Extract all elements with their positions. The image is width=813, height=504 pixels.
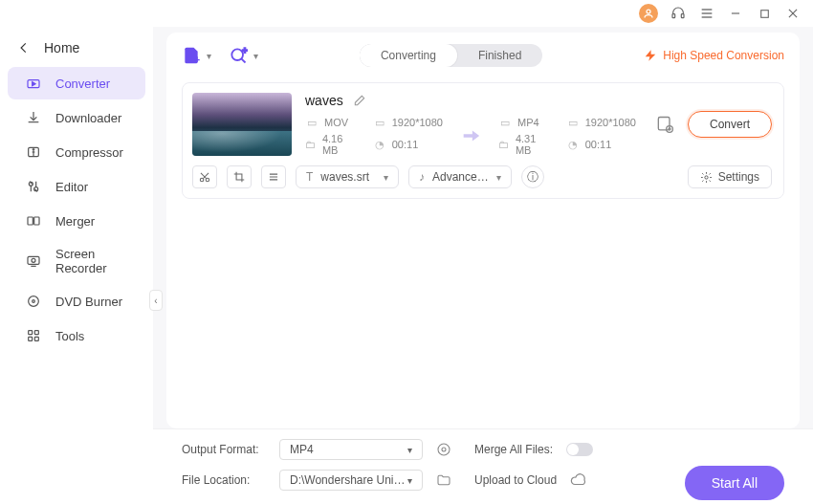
minimize-button[interactable] [727, 5, 744, 22]
chevron-down-icon: ▾ [253, 51, 258, 61]
sidebar-item-converter[interactable]: Converter [8, 67, 145, 99]
lightning-icon [644, 49, 657, 62]
user-avatar[interactable] [639, 4, 658, 23]
headset-icon[interactable] [670, 5, 687, 22]
chevron-down-icon: ▾ [496, 172, 501, 183]
editor-icon [25, 178, 42, 195]
tools-icon [25, 327, 42, 344]
svg-rect-23 [28, 256, 39, 264]
maximize-button[interactable] [756, 5, 773, 22]
sidebar-item-editor[interactable]: Editor [8, 170, 145, 203]
audio-dropdown[interactable]: ♪ Advanced Audi... ▾ [408, 165, 512, 188]
file-location-label: File Location: [182, 473, 266, 487]
nav-label: Tools [55, 329, 84, 343]
sidebar-item-downloader[interactable]: Downloader [8, 101, 145, 134]
sidebar-collapse-handle[interactable]: ‹ [149, 290, 163, 311]
file-meta: waves ▭MOV ▭1920*1080 🗀4.16 MB ◔00:11 [305, 93, 636, 156]
svg-rect-7 [760, 10, 768, 17]
high-speed-conversion-button[interactable]: High Speed Conversion [644, 49, 784, 62]
video-icon: ▭ [498, 116, 512, 129]
chevron-down-icon: ▾ [384, 172, 388, 183]
close-button[interactable] [784, 5, 802, 22]
svg-marker-37 [464, 131, 480, 142]
panel: + ▾ + ▾ Converting Finished High Speed C… [166, 33, 800, 428]
main: + ▾ + ▾ Converting Finished High Speed C… [153, 27, 813, 504]
tab-converting[interactable]: Converting [360, 44, 457, 67]
subtitle-dropdown[interactable]: T waves.srt ▾ [296, 165, 399, 188]
svg-rect-1 [672, 14, 675, 18]
start-all-button[interactable]: Start All [685, 466, 784, 500]
effects-button[interactable] [261, 165, 286, 188]
titlebar [0, 0, 813, 27]
clock-icon: ◔ [373, 138, 386, 151]
folder-icon: 🗀 [498, 138, 510, 151]
resolution-icon: ▭ [566, 116, 580, 129]
sidebar: Home Converter Downloader Compressor Edi… [0, 27, 153, 504]
open-folder-icon[interactable] [436, 472, 451, 488]
chevron-down-icon: ▾ [207, 51, 211, 61]
svg-text:+: + [194, 55, 200, 65]
svg-point-27 [33, 300, 35, 303]
svg-marker-36 [646, 50, 656, 61]
sidebar-item-merger[interactable]: Merger [8, 205, 145, 237]
chevron-down-icon: ▾ [407, 445, 412, 455]
high-speed-label: High Speed Conversion [663, 49, 784, 62]
svg-line-34 [241, 58, 245, 62]
downloader-icon [25, 109, 42, 126]
home-button[interactable]: Home [0, 33, 153, 63]
screen-recorder-icon [25, 252, 42, 270]
gear-icon [700, 171, 713, 184]
svg-rect-20 [28, 217, 33, 225]
chevron-left-icon [17, 41, 31, 55]
target-meta: ▭MP4 ▭1920*1080 🗀4.31 MB ◔00:11 [498, 116, 636, 156]
file-thumbnail[interactable] [192, 93, 292, 156]
nav-label: Merger [55, 214, 95, 229]
nav-label: Editor [55, 180, 88, 194]
sidebar-item-compressor[interactable]: Compressor [8, 136, 145, 168]
nav-label: Converter [55, 77, 110, 91]
file-location-dropdown[interactable]: D:\Wondershare UniConverter 1 ▾ [279, 470, 423, 491]
edit-icon[interactable] [353, 94, 366, 107]
convert-button[interactable]: Convert [688, 111, 772, 138]
svg-point-0 [647, 10, 650, 13]
converter-icon [25, 75, 42, 92]
sidebar-item-tools[interactable]: Tools [8, 319, 145, 352]
merge-toggle[interactable] [566, 443, 593, 456]
nav-label: DVD Burner [55, 295, 122, 309]
dvd-burner-icon [25, 293, 42, 310]
merge-label: Merge All Files: [474, 443, 553, 456]
trim-button[interactable] [192, 165, 217, 188]
file-card: waves ▭MOV ▭1920*1080 🗀4.16 MB ◔00:11 [182, 82, 784, 199]
output-format-dropdown[interactable]: MP4 ▾ [279, 439, 423, 460]
add-url-button[interactable]: + ▾ [229, 46, 258, 65]
info-button[interactable]: ⓘ [521, 165, 544, 188]
resolution-icon: ▭ [373, 116, 386, 129]
hamburger-menu-icon[interactable] [698, 5, 715, 22]
footer: Output Format: MP4 ▾ Merge All Files: Fi… [153, 428, 813, 504]
svg-rect-38 [658, 118, 670, 130]
merger-icon [25, 212, 42, 230]
svg-point-49 [438, 444, 450, 455]
svg-point-24 [32, 258, 35, 262]
svg-point-47 [705, 175, 708, 178]
output-settings-icon[interactable] [655, 115, 674, 134]
sidebar-item-dvd-burner[interactable]: DVD Burner [8, 285, 145, 318]
compressor-icon [25, 143, 42, 161]
sidebar-item-screen-recorder[interactable]: Screen Recorder [8, 239, 145, 283]
cloud-icon[interactable] [570, 471, 587, 489]
svg-rect-29 [34, 331, 38, 335]
nav-label: Compressor [55, 145, 123, 160]
crop-button[interactable] [227, 165, 252, 188]
home-label: Home [44, 40, 79, 55]
folder-icon: 🗀 [305, 138, 317, 151]
svg-point-33 [231, 49, 243, 60]
svg-rect-21 [34, 217, 39, 225]
add-file-button[interactable]: + ▾ [182, 46, 211, 65]
settings-button[interactable]: Settings [688, 165, 772, 188]
video-icon: ▭ [305, 116, 319, 129]
arrow-right-icon [460, 125, 481, 146]
output-settings-gear-icon[interactable] [436, 442, 451, 457]
svg-text:+: + [242, 46, 247, 55]
tab-finished[interactable]: Finished [457, 44, 542, 67]
add-url-icon: + [229, 46, 248, 65]
